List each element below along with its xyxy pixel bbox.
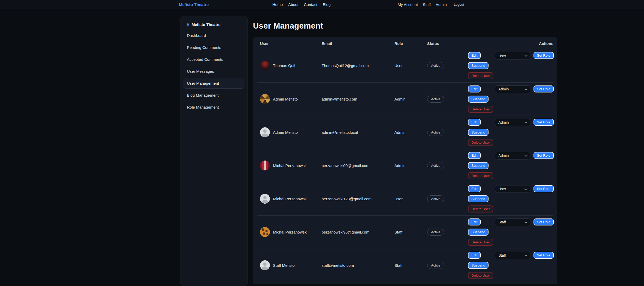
delete-user-button[interactable]: Delete User xyxy=(468,106,493,113)
user-role: Admin xyxy=(394,149,427,182)
user-name: Admin Mefisto xyxy=(273,130,298,135)
user-email: admin@mefisto.local xyxy=(322,116,394,149)
suspend-button[interactable]: Suspend xyxy=(468,62,489,69)
table-row: Thomas Quil ThomasQuil12@gmail.com User … xyxy=(257,49,553,82)
user-name: Staff Mefisto xyxy=(273,263,295,268)
nav-link-my-account[interactable]: My Account xyxy=(398,2,418,7)
suspend-button[interactable]: Suspend xyxy=(468,229,489,236)
status-badge: Active xyxy=(427,129,444,136)
header-email: Email xyxy=(322,37,394,49)
table-row: Admin Mefisto admin@mefisto.local Admin … xyxy=(257,116,553,149)
sidebar-title: Mefisto Theatre xyxy=(192,22,220,27)
user-name: Michal Perzanowski xyxy=(273,163,308,168)
nav-link-contact[interactable]: Contact xyxy=(304,2,317,7)
user-role: Admin xyxy=(394,82,427,116)
nav-link-blog[interactable]: Blog xyxy=(323,2,330,7)
table-row: Michal Perzanowski perzanowski96@gmail.c… xyxy=(257,215,553,249)
sidebar-item-user-management[interactable]: User Management xyxy=(184,78,244,89)
edit-button[interactable]: Edit xyxy=(468,152,481,159)
set-role-button[interactable]: Set Role xyxy=(534,185,554,192)
header-status: Status xyxy=(427,37,467,49)
role-select[interactable]: Staff xyxy=(495,218,530,226)
navbar-right-links: My Account Staff Admin Logout xyxy=(398,2,464,7)
nav-link-admin[interactable]: Admin xyxy=(436,2,447,7)
role-select[interactable]: Admin xyxy=(495,152,530,159)
sidebar-item-user-messages[interactable]: User Messages xyxy=(184,66,244,77)
status-badge: Active xyxy=(427,62,444,69)
user-email: perzanowski00@gmail.com xyxy=(322,149,394,182)
user-table-card: User Email Role Status Actions Thomas Qu… xyxy=(253,37,557,284)
admin-sidebar: Mefisto Theatre Dashboard Pending Commen… xyxy=(180,16,248,286)
set-role-button[interactable]: Set Role xyxy=(534,85,554,92)
user-email: staff@mefisto.com xyxy=(322,249,394,282)
set-role-button[interactable]: Set Role xyxy=(534,52,554,59)
sidebar-item-dashboard[interactable]: Dashboard xyxy=(184,30,244,41)
delete-user-button[interactable]: Delete User xyxy=(468,205,493,212)
edit-button[interactable]: Edit xyxy=(468,52,481,59)
edit-button[interactable]: Edit xyxy=(468,85,481,92)
header-user: User xyxy=(257,37,322,49)
user-name: Michal Perzanowski xyxy=(273,230,308,234)
table-row: Michal Perzanowski perzanowski00@gmail.c… xyxy=(257,149,553,182)
suspend-button[interactable]: Suspend xyxy=(468,195,489,202)
edit-button[interactable]: Edit xyxy=(468,119,481,126)
user-email: admin@mefisto.com xyxy=(322,82,394,116)
status-badge: Active xyxy=(427,229,444,236)
set-role-button[interactable]: Set Role xyxy=(534,252,554,259)
user-email: perzanowski123@gmail.com xyxy=(322,182,394,215)
header-role: Role xyxy=(394,37,427,49)
table-row: Michal Perzanowski perzanowski123@gmail.… xyxy=(257,182,553,215)
delete-user-button[interactable]: Delete User xyxy=(468,272,493,279)
nav-link-staff[interactable]: Staff xyxy=(423,2,431,7)
role-select[interactable]: Admin xyxy=(495,85,530,93)
edit-button[interactable]: Edit xyxy=(468,252,481,259)
edit-button[interactable]: Edit xyxy=(468,218,481,225)
sidebar-header: Mefisto Theatre xyxy=(184,20,244,30)
nav-link-home[interactable]: Home xyxy=(272,2,283,7)
status-badge: Active xyxy=(427,96,444,103)
navbar-center-links: Home About Contact Blog xyxy=(272,2,331,7)
logout-link[interactable]: Logout xyxy=(454,3,464,6)
role-select[interactable]: Staff xyxy=(495,252,530,259)
edit-button[interactable]: Edit xyxy=(468,185,481,192)
delete-user-button[interactable]: Delete User xyxy=(468,139,493,146)
role-select[interactable]: User xyxy=(495,52,530,59)
suspend-button[interactable]: Suspend xyxy=(468,262,489,269)
default-person-avatar-icon xyxy=(260,260,270,270)
suspend-button[interactable]: Suspend xyxy=(468,129,489,136)
page-layout: Mefisto Theatre Dashboard Pending Commen… xyxy=(0,9,644,286)
suspend-button[interactable]: Suspend xyxy=(468,162,489,169)
user-avatar xyxy=(260,161,270,170)
user-role: User xyxy=(394,49,427,82)
status-badge: Active xyxy=(427,195,444,202)
user-role: Staff xyxy=(394,215,427,249)
set-role-button[interactable]: Set Role xyxy=(534,218,554,225)
set-role-button[interactable]: Set Role xyxy=(534,152,554,159)
sidebar-item-accepted-comments[interactable]: Accepted Comments xyxy=(184,54,244,65)
user-avatar xyxy=(260,61,270,71)
sidebar-item-role-management[interactable]: Role Management xyxy=(184,102,244,112)
brand-dot-icon xyxy=(187,23,189,26)
brand-link[interactable]: Mefisto Theatre xyxy=(179,2,209,7)
role-select[interactable]: Admin xyxy=(495,119,530,126)
status-badge: Active xyxy=(427,262,444,269)
user-table: User Email Role Status Actions Thomas Qu… xyxy=(257,37,553,282)
suspend-button[interactable]: Suspend xyxy=(468,96,489,103)
nav-link-about[interactable]: About xyxy=(288,2,298,7)
user-name: Admin Mefisto xyxy=(273,97,298,101)
top-navbar: Mefisto Theatre Home About Contact Blog … xyxy=(0,0,644,9)
sidebar-item-pending-comments[interactable]: Pending Comments xyxy=(184,42,244,53)
user-name: Thomas Quil xyxy=(273,63,295,68)
default-person-avatar-icon xyxy=(260,127,270,137)
header-actions: Actions xyxy=(467,37,553,49)
role-select[interactable]: User xyxy=(495,185,530,193)
sidebar-item-blog-management[interactable]: Blog Management xyxy=(184,90,244,101)
set-role-button[interactable]: Set Role xyxy=(534,119,554,126)
user-role: Admin xyxy=(394,116,427,149)
table-header-row: User Email Role Status Actions xyxy=(257,37,553,49)
delete-user-button[interactable]: Delete User xyxy=(468,239,493,246)
delete-user-button[interactable]: Delete User xyxy=(468,172,493,179)
status-badge: Active xyxy=(427,162,444,169)
user-email: perzanowski96@gmail.com xyxy=(322,215,394,249)
delete-user-button[interactable]: Delete User xyxy=(468,72,493,79)
